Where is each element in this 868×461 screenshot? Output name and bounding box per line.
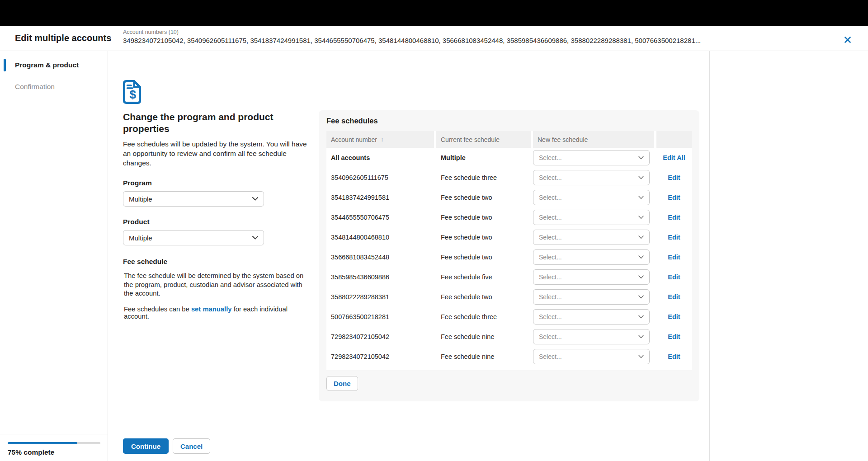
svg-text:$: $	[130, 88, 137, 101]
chevron-down-icon	[638, 156, 644, 160]
row-edit-link[interactable]: Edit	[668, 194, 680, 201]
row-edit-link[interactable]: Edit	[668, 214, 680, 221]
close-button[interactable]	[842, 34, 854, 46]
row-account-number: 3585985436609886	[326, 273, 434, 281]
row-edit-link[interactable]: Edit	[668, 353, 680, 360]
program-select-value: Multiple	[129, 195, 152, 203]
continue-button[interactable]: Continue	[123, 438, 169, 454]
row-account-number: All accounts	[326, 154, 434, 161]
new-fee-schedule-select[interactable]: Select...	[533, 249, 650, 265]
table-rows: All accounts Multiple Select... Edit All…	[326, 148, 692, 367]
chevron-down-icon	[638, 295, 644, 299]
set-manually-link[interactable]: set manually	[191, 306, 232, 313]
section-description: Fee schedules will be updated by the sys…	[123, 139, 310, 168]
top-black-bar	[0, 0, 868, 26]
row-current-fee-schedule: Multiple	[436, 154, 531, 161]
table-row: 3585985436609886 Fee schedule five Selec…	[326, 267, 692, 287]
row-account-number: 5007663500218281	[326, 313, 434, 320]
progress-label: 75% complete	[8, 448, 108, 456]
table-row: 7298234072105042 Fee schedule nine Selec…	[326, 347, 692, 367]
row-current-fee-schedule: Fee schedule two	[436, 293, 531, 301]
table-row: 7298234072105042 Fee schedule nine Selec…	[326, 327, 692, 347]
table-row: All accounts Multiple Select... Edit All	[326, 148, 692, 168]
row-account-number: 3540962605111675	[326, 174, 434, 181]
program-product-form: $ Change the program and product propert…	[123, 80, 310, 320]
progress-footer: 75% complete	[0, 434, 108, 461]
row-current-fee-schedule: Fee schedule nine	[436, 333, 531, 340]
row-current-fee-schedule: Fee schedule two	[436, 194, 531, 201]
chevron-down-icon	[252, 197, 258, 201]
new-fee-schedule-select[interactable]: Select...	[533, 269, 650, 285]
row-edit-link[interactable]: Edit	[668, 293, 680, 301]
row-edit-link[interactable]: Edit	[668, 234, 680, 241]
select-placeholder: Select...	[539, 293, 562, 301]
chevron-down-icon	[638, 176, 644, 179]
row-account-number: 3544655550706475	[326, 214, 434, 221]
select-placeholder: Select...	[539, 174, 562, 181]
row-account-number: 3566681083452448	[326, 254, 434, 261]
progress-fill	[8, 442, 77, 444]
table-row: 3540962605111675 Fee schedule three Sele…	[326, 168, 692, 188]
cancel-button[interactable]: Cancel	[173, 438, 210, 454]
row-account-number: 3541837424991581	[326, 194, 434, 201]
table-row: 5007663500218281 Fee schedule three Sele…	[326, 307, 692, 327]
main-content: $ Change the program and product propert…	[108, 51, 710, 461]
row-current-fee-schedule: Fee schedule two	[436, 254, 531, 261]
sidebar-item-program-product[interactable]: Program & product	[0, 59, 108, 71]
fee-schedules-table: Account number↑ Current fee schedule New…	[326, 131, 692, 370]
chevron-down-icon	[638, 315, 644, 319]
chevron-down-icon	[638, 335, 644, 339]
sort-ascending-icon: ↑	[381, 136, 384, 143]
new-fee-schedule-select[interactable]: Select...	[533, 329, 650, 344]
product-select[interactable]: Multiple	[123, 230, 264, 245]
column-header-account-number[interactable]: Account number↑	[326, 131, 434, 148]
product-label: Product	[123, 218, 310, 226]
chevron-down-icon	[252, 236, 258, 240]
row-edit-link[interactable]: Edit	[668, 254, 680, 261]
sidebar-item-confirmation[interactable]: Confirmation	[0, 80, 108, 93]
row-current-fee-schedule: Fee schedule nine	[436, 353, 531, 360]
account-numbers-list: 3498234072105042, 3540962605111675, 3541…	[123, 37, 701, 44]
row-edit-link[interactable]: Edit All	[663, 154, 685, 161]
row-account-number: 7298234072105042	[326, 353, 434, 360]
product-field: Product Multiple	[123, 218, 310, 245]
row-edit-link[interactable]: Edit	[668, 313, 680, 320]
table-row: 3566681083452448 Fee schedule two Select…	[326, 247, 692, 267]
chevron-down-icon	[638, 355, 644, 358]
new-fee-schedule-select[interactable]: Select...	[533, 349, 650, 364]
select-placeholder: Select...	[539, 154, 562, 161]
select-placeholder: Select...	[539, 333, 562, 340]
close-icon	[844, 37, 851, 43]
select-placeholder: Select...	[539, 234, 562, 241]
progress-bar	[8, 442, 100, 444]
wizard-header: Edit multiple accounts Account numbers (…	[0, 26, 868, 51]
new-fee-schedule-select[interactable]: Select...	[533, 210, 650, 225]
new-fee-schedule-select[interactable]: Select...	[533, 190, 650, 205]
column-header-actions	[656, 131, 692, 148]
program-select[interactable]: Multiple	[123, 191, 264, 207]
row-current-fee-schedule: Fee schedule two	[436, 214, 531, 221]
done-button[interactable]: Done	[326, 376, 358, 391]
table-row: 3588022289288381 Fee schedule two Select…	[326, 287, 692, 307]
row-edit-link[interactable]: Edit	[668, 273, 680, 281]
new-fee-schedule-select[interactable]: Select...	[533, 170, 650, 185]
new-fee-schedule-select[interactable]: Select...	[533, 230, 650, 245]
new-fee-schedule-select[interactable]: Select...	[533, 150, 650, 165]
new-fee-schedule-select[interactable]: Select...	[533, 309, 650, 325]
active-step-indicator	[4, 59, 6, 71]
chevron-down-icon	[638, 196, 644, 199]
page-title: Edit multiple accounts	[15, 33, 111, 43]
chevron-down-icon	[638, 255, 644, 259]
select-placeholder: Select...	[539, 194, 562, 201]
table-header-row: Account number↑ Current fee schedule New…	[326, 131, 692, 148]
table-row: 3548144800468810 Fee schedule two Select…	[326, 227, 692, 247]
row-edit-link[interactable]: Edit	[668, 333, 680, 340]
right-margin-area	[710, 51, 868, 461]
sidebar-item-label: Confirmation	[15, 83, 55, 91]
row-edit-link[interactable]: Edit	[668, 174, 680, 181]
row-account-number: 3548144800468810	[326, 234, 434, 241]
new-fee-schedule-select[interactable]: Select...	[533, 289, 650, 305]
select-placeholder: Select...	[539, 313, 562, 320]
program-field: Program Multiple	[123, 179, 310, 207]
row-account-number: 7298234072105042	[326, 333, 434, 340]
